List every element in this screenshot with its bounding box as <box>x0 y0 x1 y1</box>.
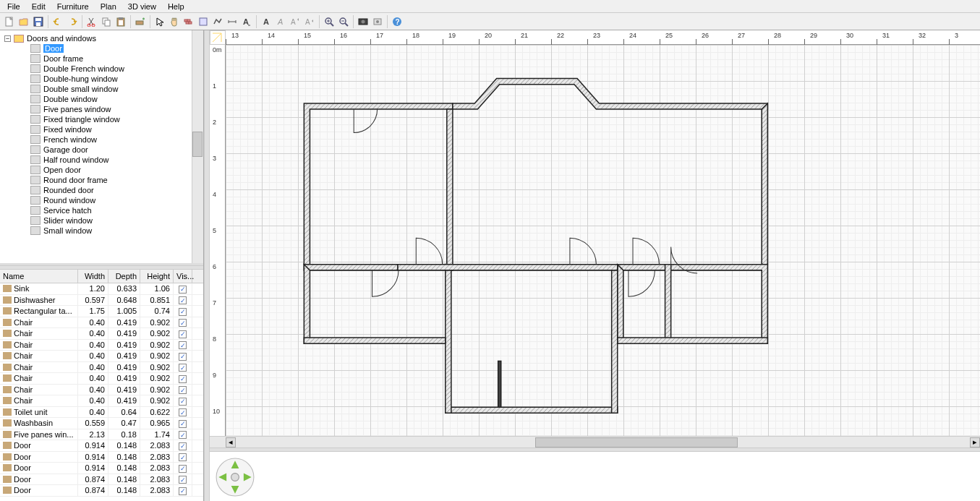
table-row[interactable]: Rectangular ta...1.751.0050.74✓ <box>0 306 203 317</box>
visible-checkbox[interactable]: ✓ <box>179 330 187 338</box>
table-row[interactable]: Chair0.400.4190.902✓ <box>0 385 203 396</box>
col-depth[interactable]: Depth <box>108 270 140 283</box>
catalog-item[interactable]: Fixed triangle window <box>3 114 200 124</box>
text-size-down-icon[interactable]: A <box>303 15 316 28</box>
menu-help[interactable]: Help <box>162 1 190 12</box>
floorplan[interactable] <box>226 45 980 436</box>
catalog-folder[interactable]: − Doors and windows <box>3 33 200 43</box>
preferences-icon[interactable] <box>371 15 384 28</box>
col-name[interactable]: Name <box>0 270 78 283</box>
zoom-out-icon[interactable] <box>337 15 350 28</box>
table-row[interactable]: Chair0.400.4190.902✓ <box>0 395 203 407</box>
catalog-item[interactable]: Rounded door <box>3 185 200 195</box>
catalog-item[interactable]: Round window <box>3 195 200 205</box>
catalog-item[interactable]: Fixed window <box>3 124 200 134</box>
table-row[interactable]: Door0.8740.1482.083✓ <box>0 485 203 497</box>
col-visible[interactable]: Vis... <box>174 270 192 283</box>
visible-checkbox[interactable]: ✓ <box>179 319 187 327</box>
visible-checkbox[interactable]: ✓ <box>179 353 187 361</box>
visible-checkbox[interactable]: ✓ <box>179 408 187 416</box>
catalog-item[interactable]: Double-hung window <box>3 74 200 84</box>
table-row[interactable]: Sink1.200.6331.06✓ <box>0 283 203 295</box>
table-row[interactable]: Chair0.400.4190.902✓ <box>0 340 203 351</box>
visible-checkbox[interactable]: ✓ <box>179 420 187 428</box>
catalog-item[interactable]: Door frame <box>3 53 200 64</box>
visible-checkbox[interactable]: ✓ <box>179 398 187 406</box>
catalog-item[interactable]: Door <box>3 43 200 53</box>
help-icon[interactable]: ? <box>391 15 404 28</box>
plan-horizontal-scrollbar[interactable]: ◂ ▸ <box>210 436 980 448</box>
catalog-item[interactable]: Service hatch <box>3 205 200 215</box>
catalog-item[interactable]: Double small window <box>3 84 200 94</box>
visible-checkbox[interactable]: ✓ <box>179 476 187 484</box>
scroll-thumb[interactable] <box>535 437 738 448</box>
menu-furniture[interactable]: Furniture <box>51 1 95 12</box>
3d-nav-control[interactable] <box>216 458 255 497</box>
new-icon[interactable] <box>3 15 16 28</box>
catalog-item[interactable]: Round door frame <box>3 175 200 185</box>
photo-icon[interactable] <box>357 15 370 28</box>
catalog-item[interactable]: Small window <box>3 226 200 236</box>
wall-icon[interactable] <box>182 15 195 28</box>
visible-checkbox[interactable]: ✓ <box>179 453 187 461</box>
visible-checkbox[interactable]: ✓ <box>179 364 187 372</box>
tree-collapse-icon[interactable]: − <box>4 35 11 42</box>
table-row[interactable]: Five panes win...2.130.181.74✓ <box>0 429 203 441</box>
catalog-item[interactable]: Half round window <box>3 155 200 165</box>
room-icon[interactable] <box>197 15 210 28</box>
col-width[interactable]: Width <box>78 270 108 283</box>
visible-checkbox[interactable]: ✓ <box>179 286 187 294</box>
polyline-icon[interactable] <box>211 15 224 28</box>
paste-icon[interactable] <box>114 15 127 28</box>
catalog-scroll-thumb[interactable] <box>192 132 203 157</box>
table-row[interactable]: Washbasin0.5590.470.965✓ <box>0 418 203 429</box>
catalog-item[interactable]: Slider window <box>3 215 200 226</box>
catalog-item[interactable]: French window <box>3 134 200 145</box>
menu-file[interactable]: File <box>1 1 26 12</box>
catalog-item[interactable]: Open door <box>3 165 200 175</box>
catalog-item[interactable]: Garage door <box>3 145 200 155</box>
visible-checkbox[interactable]: ✓ <box>179 296 187 304</box>
pan-icon[interactable] <box>168 15 181 28</box>
visible-checkbox[interactable]: ✓ <box>179 487 187 495</box>
scroll-right-icon[interactable]: ▸ <box>970 437 980 448</box>
text-size-up-icon[interactable]: A <box>289 15 302 28</box>
plan-canvas[interactable] <box>226 45 980 436</box>
table-row[interactable]: Chair0.400.4190.902✓ <box>0 373 203 385</box>
furniture-table[interactable]: Name Width Depth Height Vis... Sink1.200… <box>0 270 203 501</box>
table-row[interactable]: Chair0.400.4190.902✓ <box>0 351 203 362</box>
dimension-icon[interactable] <box>226 15 239 28</box>
catalog-item[interactable]: Five panes window <box>3 104 200 114</box>
cut-icon[interactable] <box>85 15 98 28</box>
col-height[interactable]: Height <box>140 270 174 283</box>
visible-checkbox[interactable]: ✓ <box>179 465 187 473</box>
menu-plan[interactable]: Plan <box>95 1 122 12</box>
table-row[interactable]: Dishwasher0.5970.6480.851✓ <box>0 295 203 307</box>
table-row[interactable]: Door0.9140.1482.083✓ <box>0 452 203 463</box>
visible-checkbox[interactable]: ✓ <box>179 431 187 439</box>
undo-icon[interactable] <box>51 15 64 28</box>
table-row[interactable]: Toilet unit0.400.640.622✓ <box>0 407 203 419</box>
visible-checkbox[interactable]: ✓ <box>179 308 187 316</box>
menu-edit[interactable]: Edit <box>26 1 51 12</box>
catalog-scrollbar[interactable] <box>192 30 203 263</box>
zoom-in-icon[interactable] <box>323 15 336 28</box>
save-icon[interactable] <box>32 15 45 28</box>
table-row[interactable]: Chair0.400.4190.902✓ <box>0 362 203 374</box>
copy-icon[interactable] <box>100 15 113 28</box>
redo-icon[interactable] <box>66 15 79 28</box>
menu-3dview[interactable]: 3D view <box>122 1 162 12</box>
add-furniture-icon[interactable] <box>134 15 147 28</box>
table-row[interactable]: Door0.9140.1482.083✓ <box>0 440 203 452</box>
table-row[interactable]: Chair0.400.4190.902✓ <box>0 317 203 329</box>
select-icon[interactable] <box>153 15 166 28</box>
open-icon[interactable] <box>17 15 30 28</box>
catalog-tree[interactable]: − Doors and windows DoorDoor frameDouble… <box>0 30 203 265</box>
table-row[interactable]: Door0.8740.1482.083✓ <box>0 474 203 486</box>
catalog-item[interactable]: Double window <box>3 94 200 104</box>
visible-checkbox[interactable]: ✓ <box>179 386 187 394</box>
vertical-splitter[interactable] <box>204 30 210 501</box>
text-icon[interactable]: A <box>240 15 253 28</box>
table-row[interactable]: Chair0.400.4190.902✓ <box>0 328 203 340</box>
visible-checkbox[interactable]: ✓ <box>179 375 187 383</box>
